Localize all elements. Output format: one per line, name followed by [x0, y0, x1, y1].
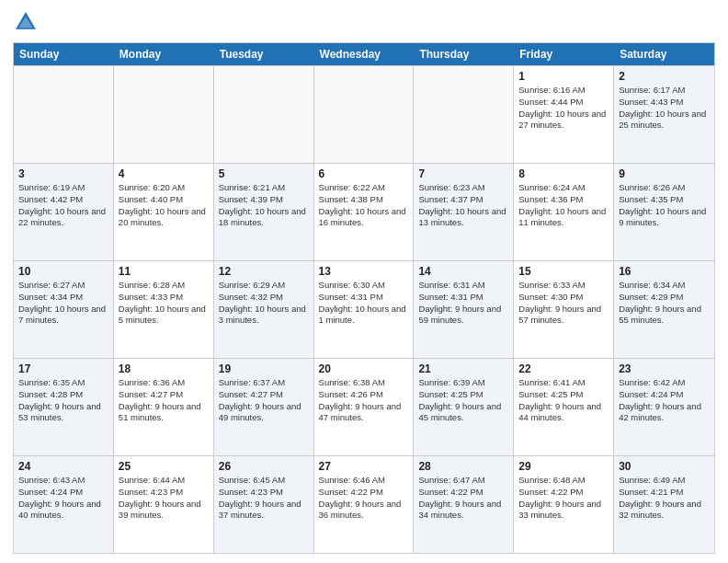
calendar-row-3: 10Sunrise: 6:27 AMSunset: 4:34 PMDayligh…	[14, 260, 714, 358]
day-number: 16	[619, 265, 710, 278]
day-number: 30	[619, 460, 710, 473]
day-number: 26	[219, 460, 309, 473]
header-cell-wednesday: Wednesday	[314, 43, 415, 65]
calendar-row-2: 3Sunrise: 6:19 AMSunset: 4:42 PMDaylight…	[14, 163, 714, 260]
day-info: Sunrise: 6:16 AMSunset: 4:44 PMDaylight:…	[518, 85, 609, 132]
calendar-cell: 5Sunrise: 6:21 AMSunset: 4:39 PMDaylight…	[214, 164, 314, 260]
day-info: Sunrise: 6:17 AMSunset: 4:43 PMDaylight:…	[619, 85, 710, 132]
calendar-cell	[114, 66, 214, 163]
calendar-row-5: 24Sunrise: 6:43 AMSunset: 4:24 PMDayligh…	[14, 455, 714, 553]
day-number: 3	[18, 167, 108, 180]
calendar-cell: 3Sunrise: 6:19 AMSunset: 4:42 PMDaylight…	[14, 164, 114, 260]
day-number: 12	[219, 265, 309, 278]
calendar-body: 1Sunrise: 6:16 AMSunset: 4:44 PMDaylight…	[14, 65, 714, 553]
calendar-cell: 11Sunrise: 6:28 AMSunset: 4:33 PMDayligh…	[114, 261, 214, 358]
header	[13, 9, 715, 35]
day-info: Sunrise: 6:29 AMSunset: 4:32 PMDaylight:…	[219, 280, 309, 327]
calendar-row-4: 17Sunrise: 6:35 AMSunset: 4:28 PMDayligh…	[14, 358, 714, 455]
day-info: Sunrise: 6:19 AMSunset: 4:42 PMDaylight:…	[18, 182, 108, 229]
day-number: 14	[418, 265, 508, 278]
day-number: 7	[418, 167, 508, 180]
day-number: 28	[418, 460, 508, 473]
header-cell-thursday: Thursday	[414, 43, 514, 65]
calendar-cell: 19Sunrise: 6:37 AMSunset: 4:27 PMDayligh…	[214, 359, 314, 455]
day-info: Sunrise: 6:46 AMSunset: 4:22 PMDaylight:…	[319, 475, 409, 522]
day-number: 11	[119, 265, 209, 278]
day-info: Sunrise: 6:42 AMSunset: 4:24 PMDaylight:…	[619, 377, 710, 424]
day-info: Sunrise: 6:33 AMSunset: 4:30 PMDaylight:…	[518, 280, 609, 327]
calendar-cell: 13Sunrise: 6:30 AMSunset: 4:31 PMDayligh…	[314, 261, 415, 358]
calendar-cell: 12Sunrise: 6:29 AMSunset: 4:32 PMDayligh…	[214, 261, 314, 358]
day-info: Sunrise: 6:44 AMSunset: 4:23 PMDaylight:…	[119, 475, 209, 522]
day-number: 15	[518, 265, 609, 278]
day-number: 4	[119, 167, 209, 180]
calendar-cell: 2Sunrise: 6:17 AMSunset: 4:43 PMDaylight…	[614, 66, 714, 163]
calendar-cell: 27Sunrise: 6:46 AMSunset: 4:22 PMDayligh…	[314, 456, 415, 553]
day-number: 18	[119, 362, 209, 375]
day-number: 10	[18, 265, 108, 278]
day-info: Sunrise: 6:34 AMSunset: 4:29 PMDaylight:…	[619, 280, 710, 327]
day-info: Sunrise: 6:35 AMSunset: 4:28 PMDaylight:…	[18, 377, 108, 424]
day-info: Sunrise: 6:43 AMSunset: 4:24 PMDaylight:…	[18, 475, 108, 522]
day-info: Sunrise: 6:45 AMSunset: 4:23 PMDaylight:…	[219, 475, 309, 522]
calendar-cell: 16Sunrise: 6:34 AMSunset: 4:29 PMDayligh…	[614, 261, 714, 358]
day-info: Sunrise: 6:31 AMSunset: 4:31 PMDaylight:…	[418, 280, 508, 327]
day-number: 8	[518, 167, 609, 180]
day-info: Sunrise: 6:24 AMSunset: 4:36 PMDaylight:…	[518, 182, 609, 229]
day-info: Sunrise: 6:30 AMSunset: 4:31 PMDaylight:…	[319, 280, 409, 327]
calendar-cell: 14Sunrise: 6:31 AMSunset: 4:31 PMDayligh…	[414, 261, 514, 358]
day-number: 19	[219, 362, 309, 375]
calendar-cell: 4Sunrise: 6:20 AMSunset: 4:40 PMDaylight…	[114, 164, 214, 260]
day-info: Sunrise: 6:38 AMSunset: 4:26 PMDaylight:…	[319, 377, 409, 424]
day-number: 20	[319, 362, 409, 375]
calendar-cell	[214, 66, 314, 163]
calendar-row-1: 1Sunrise: 6:16 AMSunset: 4:44 PMDaylight…	[14, 65, 714, 163]
day-info: Sunrise: 6:22 AMSunset: 4:38 PMDaylight:…	[319, 182, 409, 229]
day-info: Sunrise: 6:20 AMSunset: 4:40 PMDaylight:…	[119, 182, 209, 229]
day-number: 25	[119, 460, 209, 473]
day-info: Sunrise: 6:39 AMSunset: 4:25 PMDaylight:…	[418, 377, 508, 424]
calendar-cell: 8Sunrise: 6:24 AMSunset: 4:36 PMDaylight…	[514, 164, 614, 260]
calendar-cell: 20Sunrise: 6:38 AMSunset: 4:26 PMDayligh…	[314, 359, 415, 455]
day-number: 6	[319, 167, 409, 180]
day-number: 21	[418, 362, 508, 375]
header-cell-saturday: Saturday	[614, 43, 714, 65]
day-info: Sunrise: 6:21 AMSunset: 4:39 PMDaylight:…	[219, 182, 309, 229]
calendar-cell: 17Sunrise: 6:35 AMSunset: 4:28 PMDayligh…	[14, 359, 114, 455]
day-number: 23	[619, 362, 710, 375]
day-number: 1	[518, 70, 609, 83]
day-number: 17	[18, 362, 108, 375]
day-number: 13	[319, 265, 409, 278]
calendar-cell: 10Sunrise: 6:27 AMSunset: 4:34 PMDayligh…	[14, 261, 114, 358]
day-info: Sunrise: 6:48 AMSunset: 4:22 PMDaylight:…	[518, 475, 609, 522]
calendar-cell: 6Sunrise: 6:22 AMSunset: 4:38 PMDaylight…	[314, 164, 415, 260]
day-number: 5	[219, 167, 309, 180]
calendar-cell: 18Sunrise: 6:36 AMSunset: 4:27 PMDayligh…	[114, 359, 214, 455]
day-number: 22	[518, 362, 609, 375]
day-number: 9	[619, 167, 710, 180]
header-cell-tuesday: Tuesday	[214, 43, 314, 65]
day-info: Sunrise: 6:27 AMSunset: 4:34 PMDaylight:…	[18, 280, 108, 327]
calendar-cell: 30Sunrise: 6:49 AMSunset: 4:21 PMDayligh…	[614, 456, 714, 553]
day-info: Sunrise: 6:26 AMSunset: 4:35 PMDaylight:…	[619, 182, 710, 229]
day-number: 29	[518, 460, 609, 473]
calendar-cell	[14, 66, 114, 163]
logo-icon	[13, 9, 39, 35]
logo	[13, 9, 42, 35]
day-number: 24	[18, 460, 108, 473]
calendar-cell	[414, 66, 514, 163]
calendar-header: SundayMondayTuesdayWednesdayThursdayFrid…	[14, 43, 714, 65]
calendar-cell: 1Sunrise: 6:16 AMSunset: 4:44 PMDaylight…	[514, 66, 614, 163]
calendar-cell: 26Sunrise: 6:45 AMSunset: 4:23 PMDayligh…	[214, 456, 314, 553]
calendar-cell: 7Sunrise: 6:23 AMSunset: 4:37 PMDaylight…	[414, 164, 514, 260]
calendar-cell: 9Sunrise: 6:26 AMSunset: 4:35 PMDaylight…	[614, 164, 714, 260]
day-number: 27	[319, 460, 409, 473]
calendar-cell: 22Sunrise: 6:41 AMSunset: 4:25 PMDayligh…	[514, 359, 614, 455]
day-info: Sunrise: 6:36 AMSunset: 4:27 PMDaylight:…	[119, 377, 209, 424]
calendar-cell: 25Sunrise: 6:44 AMSunset: 4:23 PMDayligh…	[114, 456, 214, 553]
day-number: 2	[619, 70, 710, 83]
calendar-cell: 24Sunrise: 6:43 AMSunset: 4:24 PMDayligh…	[14, 456, 114, 553]
calendar-cell: 21Sunrise: 6:39 AMSunset: 4:25 PMDayligh…	[414, 359, 514, 455]
calendar-cell: 29Sunrise: 6:48 AMSunset: 4:22 PMDayligh…	[514, 456, 614, 553]
calendar-cell: 28Sunrise: 6:47 AMSunset: 4:22 PMDayligh…	[414, 456, 514, 553]
